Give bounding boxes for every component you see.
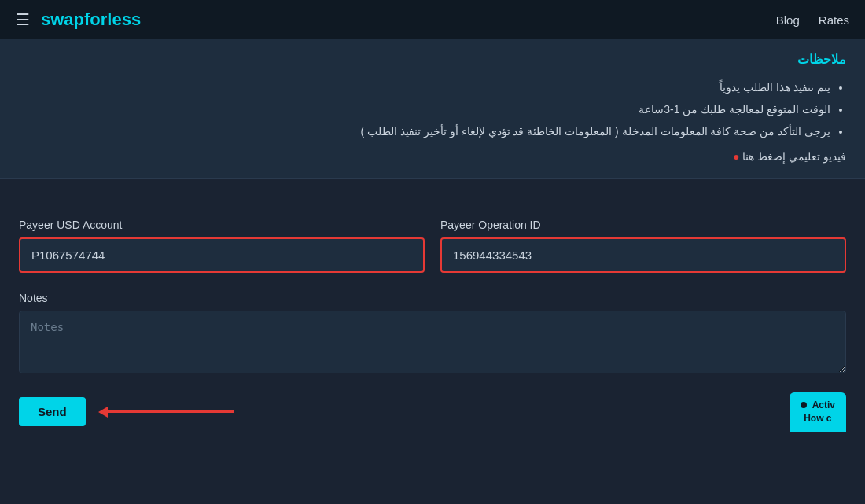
payeer-fields-row: Payeer USD Account Payeer Operation ID: [19, 219, 846, 273]
payeer-operation-group: Payeer Operation ID: [440, 219, 846, 273]
hamburger-icon[interactable]: ☰: [16, 10, 30, 29]
notes-group: Notes: [19, 292, 846, 373]
activity-dot: [801, 402, 807, 408]
activity-line1: Activ: [812, 399, 835, 410]
arabic-notes-section: ملاحظات يتم تنفيذ هذا الطلب يدوياً الوقت…: [0, 39, 865, 179]
send-left: Send: [19, 397, 234, 426]
payeer-account-input[interactable]: [19, 237, 425, 273]
notes-label: Notes: [19, 292, 846, 304]
payeer-operation-label: Payeer Operation ID: [440, 219, 846, 231]
navbar-right: Blog Rates: [776, 13, 849, 27]
notes-item-3: يرجى التأكد من صحة كافة المعلومات المدخل…: [19, 120, 830, 142]
navbar-left: ☰ swapforless: [16, 9, 141, 30]
nav-blog[interactable]: Blog: [776, 13, 800, 27]
notes-item-2: الوقت المتوقع لمعالجة طلبك من 1-3ساعة: [19, 98, 830, 120]
arrow-indicator: [98, 407, 234, 418]
form-area: Payeer USD Account Payeer Operation ID N…: [0, 195, 865, 455]
navbar: ☰ swapforless Blog Rates: [0, 0, 865, 39]
activity-widget[interactable]: Activ How c: [790, 392, 846, 432]
send-button[interactable]: Send: [19, 397, 86, 426]
notes-textarea[interactable]: [19, 311, 846, 373]
notes-item-1: يتم تنفيذ هذا الطلب يدوياً: [19, 76, 830, 98]
payeer-account-label: Payeer USD Account: [19, 219, 425, 231]
tutorial-link[interactable]: فيديو تعليمي إضغط هنا ●: [19, 150, 846, 163]
nav-rates[interactable]: Rates: [819, 13, 849, 27]
activity-line2: How c: [804, 413, 831, 424]
payeer-operation-input[interactable]: [440, 237, 846, 273]
brand-logo[interactable]: swapforless: [41, 9, 141, 30]
arrow-head-icon: [98, 407, 108, 418]
send-row: Send Activ How c: [19, 392, 846, 440]
notes-section-title: ملاحظات: [19, 52, 846, 67]
payeer-account-group: Payeer USD Account: [19, 219, 425, 273]
notes-list: يتم تنفيذ هذا الطلب يدوياً الوقت المتوقع…: [19, 76, 846, 142]
arrow-shaft: [108, 410, 234, 413]
